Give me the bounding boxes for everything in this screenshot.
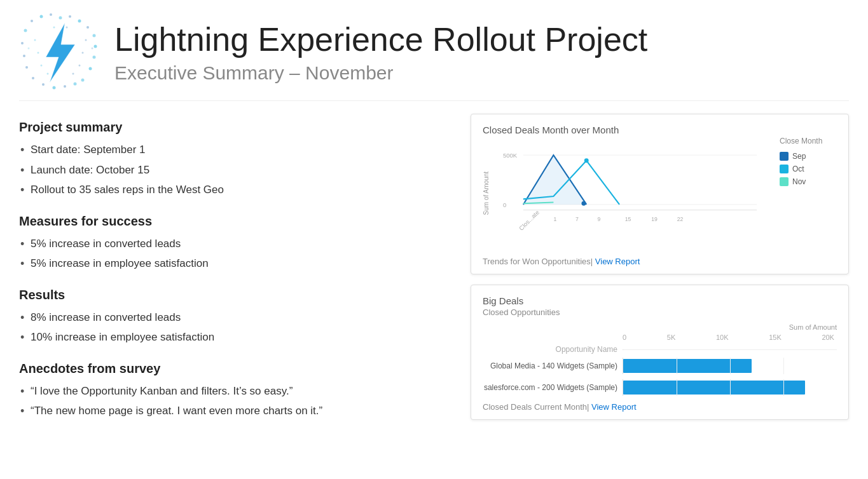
- bar-row-1: Global Media - 140 Widgets (Sample): [483, 358, 837, 374]
- project-subtitle: Executive Summary – November: [114, 62, 647, 84]
- bar-label-1: Global Media - 140 Widgets (Sample): [483, 361, 623, 370]
- svg-text:7: 7: [575, 216, 579, 222]
- svg-point-15: [32, 77, 34, 79]
- list-item: Rollout to 35 sales reps in the West Geo: [19, 180, 451, 200]
- results-title: Results: [19, 288, 451, 302]
- svg-point-2: [40, 15, 43, 18]
- svg-point-7: [86, 26, 89, 29]
- svg-point-29: [53, 27, 55, 29]
- bar-chart-container: Sum of Amount 0 5K 10K 15K 20K Opportuni…: [483, 323, 837, 396]
- bar-label-2: salesforce.com - 200 Widgets (Sample): [483, 383, 623, 392]
- svg-point-23: [38, 52, 39, 54]
- results-section: Results 8% increase in converted leads 1…: [19, 288, 451, 347]
- bar-fill-1: [623, 359, 752, 373]
- svg-point-10: [94, 45, 97, 48]
- svg-text:19: 19: [651, 216, 658, 222]
- header-text: Lightning Experience Rollout Project Exe…: [114, 22, 647, 83]
- svg-point-17: [42, 83, 45, 86]
- logo: [19, 11, 102, 94]
- legend-color-oct: [780, 165, 789, 173]
- legend-item-sep: Sep: [780, 152, 837, 161]
- measures-section: Measures for success 5% increase in conv…: [19, 214, 451, 274]
- main-content: Project summary Start date: September 1 …: [19, 114, 849, 442]
- svg-text:9: 9: [598, 216, 601, 222]
- bar-chart-footer-text: Closed Deals Current Month: [483, 402, 587, 412]
- svg-point-26: [79, 65, 81, 67]
- list-item: Launch date: October 15: [19, 160, 451, 180]
- anecdotes-list: “I love the Opportunity Kanban and filte…: [19, 381, 451, 421]
- line-chart-footer: Trends for Won Opportunities| View Repor…: [483, 257, 837, 266]
- svg-point-40: [581, 201, 586, 206]
- project-summary-section: Project summary Start date: September 1 …: [19, 120, 451, 200]
- grid-line: [783, 358, 784, 374]
- svg-point-32: [92, 48, 93, 50]
- legend-label-sep: Sep: [792, 152, 806, 161]
- list-item: “The new home page is great. I want even…: [19, 401, 451, 421]
- svg-point-12: [93, 56, 96, 59]
- project-title: Lightning Experience Rollout Project: [114, 22, 647, 58]
- svg-text:0: 0: [503, 201, 506, 208]
- line-chart-view-report-link[interactable]: View Report: [595, 257, 640, 266]
- x-tick-4: 20K: [822, 334, 834, 341]
- svg-point-27: [47, 73, 49, 75]
- measures-title: Measures for success: [19, 214, 451, 229]
- svg-point-19: [64, 85, 66, 88]
- anecdotes-section: Anecdotes from survey “I love the Opport…: [19, 361, 451, 421]
- bar-chart-subtitle: Closed Opportunities: [483, 307, 837, 317]
- legend-item-nov: Nov: [780, 177, 837, 186]
- svg-point-30: [66, 27, 68, 29]
- header: Lightning Experience Rollout Project Exe…: [19, 0, 849, 101]
- bar-track-1: [623, 358, 837, 374]
- svg-point-5: [69, 15, 71, 18]
- results-list: 8% increase in converted leads 10% incre…: [19, 307, 451, 347]
- bar-track-2: [623, 379, 837, 396]
- right-panel: Closed Deals Month over Month Sum of Amo…: [471, 114, 849, 442]
- svg-point-1: [31, 20, 33, 22]
- svg-point-13: [25, 66, 28, 69]
- project-summary-title: Project summary: [19, 120, 451, 135]
- svg-point-22: [85, 39, 87, 41]
- bar-chart-card: Big Deals Closed Opportunities Sum of Am…: [471, 285, 849, 420]
- svg-point-28: [72, 73, 74, 75]
- bar-row-2: salesforce.com - 200 Widgets (Sample): [483, 379, 837, 396]
- svg-point-9: [21, 42, 24, 44]
- list-item: 5% increase in converted leads: [19, 234, 451, 254]
- svg-point-4: [59, 17, 62, 20]
- svg-point-21: [34, 39, 36, 41]
- svg-point-20: [74, 83, 77, 86]
- svg-marker-33: [46, 23, 75, 83]
- x-tick-2: 10K: [716, 334, 729, 341]
- svg-text:Clos...ate: Clos...ate: [518, 209, 541, 232]
- svg-point-6: [78, 20, 81, 23]
- line-chart-footer-text: Trends for Won Opportunities: [483, 257, 591, 266]
- x-axis-amount-label: Sum of Amount: [789, 323, 837, 331]
- line-chart-container: Sum of Amount 500K 0: [483, 137, 837, 250]
- left-panel: Project summary Start date: September 1 …: [19, 114, 451, 442]
- list-item: “I love the Opportunity Kanban and filte…: [19, 381, 451, 401]
- x-tick-1: 5K: [667, 334, 675, 341]
- bar-chart-view-report-link[interactable]: View Report: [591, 402, 637, 412]
- svg-marker-39: [523, 155, 586, 205]
- line-chart-card: Closed Deals Month over Month Sum of Amo…: [471, 114, 849, 274]
- svg-point-41: [584, 158, 589, 163]
- list-item: 8% increase in converted leads: [19, 307, 451, 328]
- line-chart-title: Closed Deals Month over Month: [483, 125, 837, 135]
- anecdotes-title: Anecdotes from survey: [19, 361, 451, 376]
- y-axis-label: Sum of Amount: [483, 172, 490, 215]
- svg-point-3: [50, 13, 52, 16]
- svg-point-18: [53, 86, 56, 90]
- x-tick-3: 15K: [769, 334, 782, 341]
- bar-chart-x-label: Sum of Amount: [483, 323, 837, 331]
- project-summary-list: Start date: September 1 Launch date: Oct…: [19, 140, 451, 200]
- svg-text:1: 1: [553, 216, 556, 222]
- legend-color-sep: [780, 152, 789, 161]
- bar-header-row: Opportunity Name: [483, 345, 837, 354]
- line-chart-legend: Close Month Sep Oct Nov: [780, 137, 837, 186]
- bar-chart-footer: Closed Deals Current Month| View Report: [483, 402, 837, 412]
- bar-fill-2: [623, 381, 805, 395]
- svg-point-0: [24, 29, 27, 32]
- svg-point-24: [82, 52, 84, 54]
- measures-list: 5% increase in converted leads 5% increa…: [19, 234, 451, 274]
- svg-text:500K: 500K: [503, 152, 518, 159]
- list-item: Start date: September 1: [19, 140, 451, 160]
